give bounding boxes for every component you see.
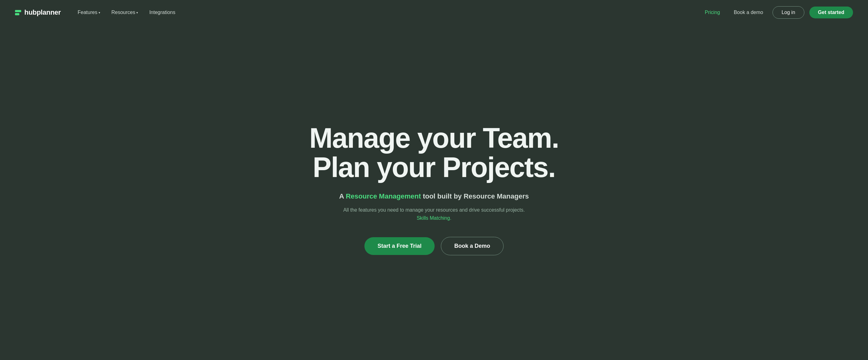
chevron-down-icon: ▾ <box>99 11 100 14</box>
nav-right: Pricing Book a demo Log in Get started <box>701 6 853 19</box>
get-started-button[interactable]: Get started <box>809 6 853 19</box>
nav-links: Features ▾ Resources ▾ Integrations <box>73 7 180 18</box>
chevron-down-icon: ▾ <box>136 11 138 14</box>
navbar: hubplanner Features ▾ Resources ▾ Integr… <box>0 0 868 25</box>
hero-title: Manage your Team. Plan your Projects. <box>309 124 559 182</box>
nav-pricing[interactable]: Pricing <box>701 7 724 18</box>
login-button[interactable]: Log in <box>773 6 804 19</box>
free-trial-button[interactable]: Start a Free Trial <box>365 237 435 255</box>
logo-icon <box>15 10 21 15</box>
nav-book-demo[interactable]: Book a demo <box>730 7 768 18</box>
nav-resources[interactable]: Resources ▾ <box>107 7 142 18</box>
hero-description: All the features you need to manage your… <box>340 206 528 222</box>
skills-matching-link[interactable]: Skills Matching. <box>416 216 451 221</box>
logo[interactable]: hubplanner <box>15 8 61 17</box>
subtitle-highlight: Resource Management <box>346 192 421 200</box>
hero-subtitle: A Resource Management tool built by Reso… <box>339 192 529 200</box>
book-demo-button[interactable]: Book a Demo <box>441 237 503 255</box>
nav-features[interactable]: Features ▾ <box>73 7 104 18</box>
nav-integrations[interactable]: Integrations <box>145 7 180 18</box>
logo-text: hubplanner <box>24 8 61 17</box>
nav-left: hubplanner Features ▾ Resources ▾ Integr… <box>15 7 180 18</box>
hero-section: Manage your Team. Plan your Projects. A … <box>0 25 868 360</box>
hero-buttons: Start a Free Trial Book a Demo <box>365 237 503 255</box>
